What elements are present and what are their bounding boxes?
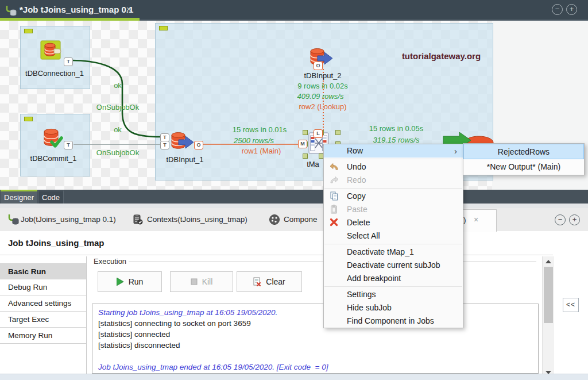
close-icon[interactable]: × bbox=[126, 4, 131, 14]
console-line: Starting job tJoins_using_tmap at 16:05 … bbox=[98, 307, 532, 318]
menu-item-delete[interactable]: Delete bbox=[324, 216, 463, 229]
submenu-item-rejectedrows[interactable]: RejectedRows bbox=[463, 144, 584, 159]
divider bbox=[86, 256, 87, 374]
row-submenu: RejectedRows *New Output* (Main) bbox=[463, 143, 585, 175]
menu-item-hide-subjob[interactable]: Hide subJob bbox=[324, 301, 463, 314]
row2-name-label[interactable]: row2 (Lookup) bbox=[283, 102, 363, 111]
menu-item-copy[interactable]: Copy bbox=[324, 190, 463, 203]
port-output-marker[interactable]: O bbox=[194, 141, 203, 149]
watermark-text: tutorialgateway.org bbox=[394, 51, 489, 61]
tdbcommit-icon[interactable] bbox=[40, 126, 65, 152]
menu-separator bbox=[324, 159, 462, 159]
menu-item-undo[interactable]: Undo bbox=[324, 160, 463, 174]
selection-handle[interactable] bbox=[303, 153, 308, 159]
menu-item-select-all[interactable]: Select All bbox=[324, 229, 463, 243]
tdbinput1-icon[interactable] bbox=[168, 130, 197, 154]
tab-job[interactable]: Job(tJoins_using_tmap 0.1) bbox=[21, 208, 116, 231]
port-lookup-marker[interactable]: L bbox=[314, 129, 323, 138]
maximize-icon[interactable]: + bbox=[566, 4, 577, 15]
minimize-icon[interactable]: − bbox=[555, 214, 566, 225]
row1-count-label: 15 rows in 0.01s bbox=[219, 125, 300, 134]
trigger-onsubjobok-label: OnSubjobOk bbox=[86, 103, 149, 112]
clear-button-label: Clear bbox=[266, 277, 285, 286]
execution-group-label: Execution bbox=[94, 257, 126, 266]
kill-button-label: Kill bbox=[202, 277, 213, 286]
job-icon bbox=[7, 214, 20, 225]
tdbcommit-label[interactable]: tDBCommit_1 bbox=[16, 154, 91, 163]
menu-item-redo[interactable]: Redo bbox=[324, 174, 463, 187]
submenu-item-new-output[interactable]: *New Output* (Main) bbox=[463, 159, 584, 175]
tdbinput1-label[interactable]: tDBInput_1 bbox=[150, 155, 219, 164]
run-button[interactable]: Run bbox=[98, 271, 162, 292]
nav-memory-run[interactable]: Memory Run bbox=[0, 328, 86, 344]
tdbconnection-icon[interactable] bbox=[40, 40, 65, 61]
menu-item-hide-subjob-label: Hide subJob bbox=[347, 303, 392, 312]
minimize-icon[interactable]: − bbox=[552, 4, 563, 15]
nav-target-exec[interactable]: Target Exec bbox=[0, 312, 86, 328]
execution-console[interactable]: Starting job tJoins_using_tmap at 16:05 … bbox=[92, 304, 539, 374]
vertical-scrollbar[interactable] bbox=[542, 256, 554, 378]
tab-component[interactable]: Compone bbox=[284, 208, 318, 231]
out-rate-label: 319.15 rows/s bbox=[356, 136, 436, 144]
nav-basic-run[interactable]: Basic Run bbox=[0, 263, 86, 279]
scrollbar-thumb[interactable] bbox=[544, 267, 553, 323]
job-icon bbox=[5, 5, 17, 17]
tab-code[interactable]: Code bbox=[38, 190, 64, 204]
menu-item-deactivate-subjob[interactable]: Deactivate current subJob bbox=[324, 259, 463, 272]
menu-item-find-component[interactable]: Find Component in Jobs bbox=[324, 314, 463, 328]
job-editor-tab[interactable]: *Job tJoins_using_tmap 0.1 bbox=[20, 5, 133, 14]
tab-run-label-end: ) bbox=[463, 216, 466, 224]
editor-tab-bar: *Job tJoins_using_tmap 0.1 × − + bbox=[0, 0, 588, 21]
nav-advanced-settings[interactable]: Advanced settings bbox=[0, 295, 86, 312]
scroll-up-icon[interactable] bbox=[546, 260, 551, 263]
tab-contexts[interactable]: Contexts(tJoins_using_tmap) bbox=[147, 208, 247, 231]
redo-icon bbox=[330, 175, 339, 185]
menu-item-deactivate-subjob-label: Deactivate current subJob bbox=[347, 260, 440, 270]
console-line bbox=[98, 351, 532, 362]
kill-button[interactable]: Kill bbox=[170, 271, 233, 292]
console-line: [statistics] connecting to socket on por… bbox=[98, 318, 532, 329]
component-icon bbox=[269, 214, 280, 225]
trigger-ok-label: ok bbox=[109, 125, 126, 134]
menu-item-add-breakpoint-label: Add breakpoint bbox=[347, 274, 401, 283]
menu-item-deactivate-tmap[interactable]: Deactivate tMap_1 bbox=[324, 245, 463, 259]
collapse-panel-button[interactable]: << bbox=[563, 298, 579, 312]
tdbinput2-label[interactable]: tDBInput_2 bbox=[288, 71, 357, 80]
close-icon[interactable]: × bbox=[474, 215, 478, 224]
menu-separator bbox=[324, 244, 462, 244]
menu-item-settings-label: Settings bbox=[347, 290, 376, 299]
paste-icon bbox=[330, 205, 339, 214]
tdbconnection-label[interactable]: tDBConnection_1 bbox=[17, 69, 92, 78]
maximize-icon[interactable]: + bbox=[569, 214, 580, 225]
selection-handle[interactable] bbox=[335, 130, 341, 135]
row1-name-label[interactable]: row1 (Main) bbox=[221, 147, 301, 155]
console-line: [statistics] connected bbox=[98, 329, 532, 340]
nav-debug-run[interactable]: Debug Run bbox=[0, 279, 86, 295]
run-button-label: Run bbox=[129, 277, 144, 286]
menu-item-select-all-label: Select All bbox=[347, 231, 380, 240]
port-main-marker[interactable]: M bbox=[298, 140, 307, 148]
clear-icon bbox=[253, 277, 261, 286]
menu-item-paste[interactable]: Paste bbox=[324, 203, 463, 216]
tab-designer[interactable]: Designer bbox=[1, 190, 37, 204]
delete-icon bbox=[330, 218, 338, 227]
port-trigger-marker[interactable]: T bbox=[64, 141, 73, 149]
port-trigger-marker[interactable]: T bbox=[64, 57, 73, 66]
menu-item-settings[interactable]: Settings bbox=[324, 288, 463, 301]
run-panel: Job tJoins_using_tmap Basic Run Debug Ru… bbox=[0, 231, 588, 374]
tmap-label[interactable]: tMa bbox=[301, 160, 324, 168]
status-strip bbox=[0, 374, 588, 380]
menu-item-undo-label: Undo bbox=[347, 162, 366, 171]
console-line: [statistics] disconnected bbox=[98, 340, 532, 351]
port-output-marker[interactable]: O bbox=[314, 62, 323, 70]
trigger-ok-label: ok bbox=[109, 81, 126, 90]
menu-item-add-breakpoint[interactable]: Add breakpoint bbox=[324, 272, 463, 285]
trigger-onsubjobok-label: OnSubjobOk bbox=[86, 148, 149, 157]
clear-button[interactable]: Clear bbox=[237, 271, 302, 292]
view-switch-bar: Designer Code bbox=[0, 190, 588, 204]
out-count-label: 15 rows in 0.05s bbox=[356, 124, 436, 133]
selection-handle[interactable] bbox=[303, 130, 308, 135]
menu-item-redo-label: Redo bbox=[347, 175, 366, 185]
menu-item-row[interactable]: Row › bbox=[324, 144, 463, 158]
port-trigger-marker[interactable]: T bbox=[160, 141, 169, 149]
